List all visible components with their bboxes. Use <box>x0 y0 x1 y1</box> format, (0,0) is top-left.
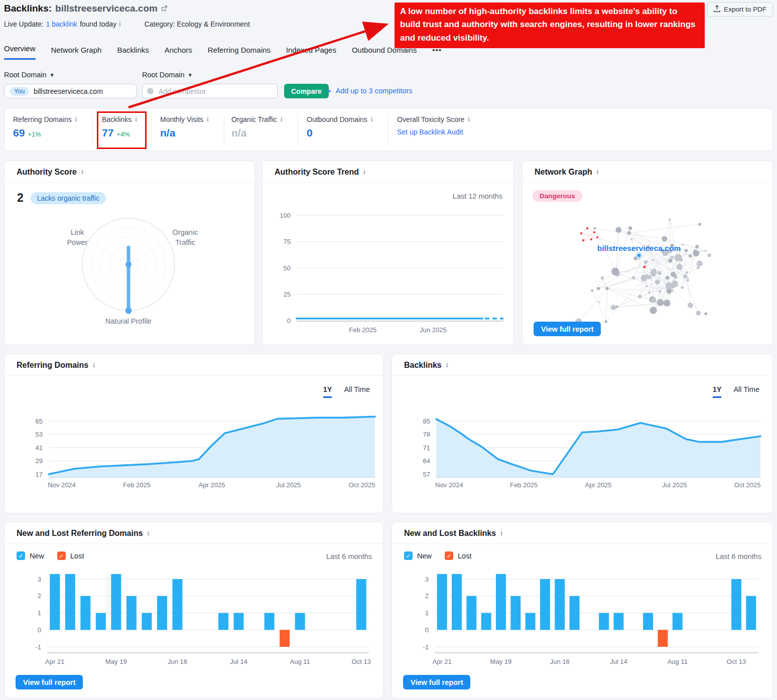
competitor-field-wrap <box>142 84 278 98</box>
metric-value: 0 <box>307 127 372 139</box>
svg-text:75: 75 <box>284 238 291 245</box>
you-badge: You <box>10 87 29 96</box>
svg-text:64: 64 <box>423 457 430 465</box>
info-icon[interactable]: i <box>468 115 470 123</box>
info-icon[interactable]: i <box>363 168 365 176</box>
tab-anchors[interactable]: Anchors <box>165 46 192 60</box>
range-alltime-tab[interactable]: All Time <box>344 385 370 398</box>
card-title: Network Graph <box>535 168 592 177</box>
svg-text:41: 41 <box>36 444 43 452</box>
set-up-backlink-audit-link[interactable]: Set up Backlink Audit <box>397 128 470 136</box>
svg-text:Jul 14: Jul 14 <box>610 658 627 665</box>
tab-backlinks[interactable]: Backlinks <box>117 46 149 60</box>
legend-label: New <box>417 552 432 560</box>
metric-divider <box>388 114 388 145</box>
legend-label: Lost <box>70 552 84 560</box>
info-icon[interactable]: i <box>446 361 448 369</box>
card-title: New and Lost Referring Domains <box>17 529 143 538</box>
legend-item-lost[interactable]: ✓Lost <box>57 551 84 560</box>
svg-text:78: 78 <box>423 431 430 438</box>
live-update-link[interactable]: 1 backlink <box>46 20 77 28</box>
add-competitors-link[interactable]: + Add up to 3 competitors <box>327 87 413 95</box>
view-full-report-button[interactable]: View full report <box>403 675 470 689</box>
chevron-down-icon: ▼ <box>188 72 193 78</box>
svg-text:Apr 21: Apr 21 <box>433 658 452 665</box>
info-icon[interactable]: i <box>597 168 599 176</box>
view-full-report-button[interactable]: View full report <box>16 675 83 689</box>
legend-checkbox-lost[interactable]: ✓ <box>57 551 66 560</box>
export-to-pdf-button[interactable]: Export to PDF <box>707 2 773 17</box>
info-icon[interactable]: i <box>371 115 373 123</box>
info-icon[interactable]: i <box>93 361 95 369</box>
tab-overview[interactable]: Overview <box>4 44 36 60</box>
external-link-icon[interactable] <box>161 3 168 14</box>
info-icon[interactable]: i <box>500 529 502 537</box>
svg-text:2: 2 <box>425 592 429 600</box>
metric-organic-traffic: Organic Trafficin/a <box>231 115 282 139</box>
tab-network-graph[interactable]: Network Graph <box>51 46 102 60</box>
info-icon[interactable]: i <box>281 115 283 123</box>
live-update-info-icon[interactable]: i <box>119 20 121 28</box>
svg-text:May 19: May 19 <box>490 658 512 665</box>
info-icon[interactable]: i <box>75 115 77 123</box>
tab-referring-domains[interactable]: Referring Domains <box>208 46 271 60</box>
range-alltime-tab[interactable]: All Time <box>733 385 759 398</box>
info-icon[interactable]: i <box>135 115 137 123</box>
legend-checkbox-new[interactable]: ✓ <box>17 551 25 560</box>
metric-divider <box>224 114 224 145</box>
add-competitor-input[interactable] <box>142 84 278 98</box>
legend-item-new[interactable]: ✓New <box>17 551 44 560</box>
svg-text:Jun 16: Jun 16 <box>168 658 187 665</box>
range-1y-tab[interactable]: 1Y <box>713 385 722 398</box>
info-icon[interactable]: i <box>81 168 83 176</box>
svg-text:Nov 2024: Nov 2024 <box>435 481 463 489</box>
metrics-summary-card: Referring Domainsi69+1%Backlinksi77+4%Mo… <box>4 108 773 151</box>
svg-text:3: 3 <box>38 576 41 583</box>
metric-monthly-visits: Monthly Visitsin/a <box>160 115 209 139</box>
view-full-report-button[interactable]: View full report <box>534 322 601 336</box>
legend-item-lost[interactable]: ✓Lost <box>445 551 471 560</box>
you-domain-field[interactable]: You billstreeserviceca.com <box>4 84 137 98</box>
chart-legend: ✓New✓Lost <box>404 551 471 560</box>
tab-indexed-pages[interactable]: Indexed Pages <box>286 46 336 60</box>
range-1y-tab[interactable]: 1Y <box>323 385 332 398</box>
info-icon[interactable]: i <box>148 529 150 537</box>
svg-text:0: 0 <box>425 626 429 634</box>
svg-text:billstreeserviceca.com: billstreeserviceca.com <box>597 244 681 252</box>
competitor-dot-icon <box>147 88 154 94</box>
legend-item-new[interactable]: ✓New <box>404 551 432 560</box>
compare-button[interactable]: Compare <box>284 84 329 98</box>
live-update-row: Live Update: 1 backlink found today i Ca… <box>4 20 250 28</box>
svg-text:Jul 2025: Jul 2025 <box>276 481 301 489</box>
svg-text:100: 100 <box>280 212 291 219</box>
metric-divider <box>92 114 93 145</box>
network-graph-card: Network Graph i Dangerous billstreeservi… <box>522 161 773 345</box>
svg-text:57: 57 <box>423 471 430 478</box>
svg-text:Feb 2025: Feb 2025 <box>349 326 376 334</box>
svg-text:Apr 21: Apr 21 <box>45 658 64 665</box>
metric-label: Monthly Visits <box>160 115 203 123</box>
root-domain-selector-right[interactable]: Root Domain ▼ <box>142 71 193 79</box>
backlinks-chart: 5764717885Nov 2024Feb 2025Apr 2025Jul 20… <box>392 407 773 507</box>
svg-text:65: 65 <box>36 417 43 425</box>
card-title: Backlinks <box>404 361 442 370</box>
authority-score-badge[interactable]: Lacks organic traffic <box>31 192 106 204</box>
tabs-more-button[interactable]: ••• <box>432 46 442 60</box>
metric-outbound-domains: Outbound Domainsi0 <box>307 115 372 139</box>
info-icon[interactable]: i <box>207 115 209 123</box>
tab-outbound-domains[interactable]: Outbound Domains <box>352 46 417 60</box>
legend-checkbox-lost[interactable]: ✓ <box>445 551 453 560</box>
card-title: Referring Domains <box>17 361 88 370</box>
svg-text:25: 25 <box>284 291 291 298</box>
svg-text:Apr 2025: Apr 2025 <box>199 481 225 489</box>
network-graph: billstreeserviceca.com <box>523 200 773 328</box>
svg-text:1: 1 <box>38 609 41 617</box>
svg-text:1: 1 <box>425 609 429 617</box>
new-lost-backlinks-chart: -10123Apr 21May 19Jun 16Jul 14Aug 11Oct … <box>392 570 773 673</box>
period-label: Last 6 months <box>326 552 372 561</box>
metric-label: Referring Domains <box>13 115 72 123</box>
root-domain-selector-left[interactable]: Root Domain ▼ <box>4 71 55 79</box>
svg-text:Feb 2025: Feb 2025 <box>510 481 538 489</box>
legend-checkbox-new[interactable]: ✓ <box>404 551 413 560</box>
svg-text:Jul 14: Jul 14 <box>230 658 247 665</box>
